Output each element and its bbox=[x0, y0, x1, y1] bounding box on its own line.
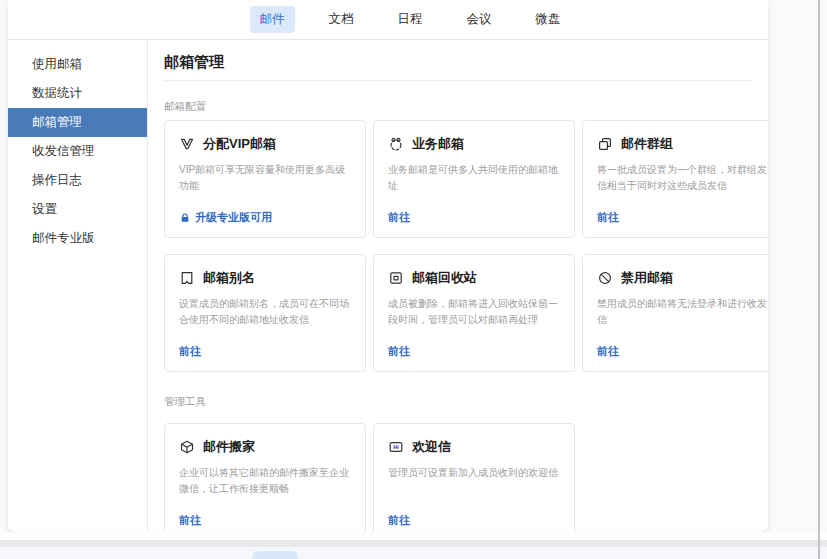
lock-icon bbox=[179, 212, 191, 224]
card-action-label: 前往 bbox=[179, 344, 201, 359]
sidebar-item-4[interactable]: 操作日志 bbox=[8, 166, 147, 195]
top-tab-4[interactable]: 微盘 bbox=[526, 6, 571, 33]
top-tab-0[interactable]: 邮件 bbox=[250, 6, 295, 33]
feature-card[interactable]: 邮箱回收站成员被删除，邮箱将进入回收站保留一段时间，管理员可以对邮箱再处理前往 bbox=[373, 254, 575, 372]
card-grid: 分配VIP邮箱VIP邮箱可享无限容量和使用更多高级功能升级专业版可用业务邮箱业务… bbox=[164, 120, 768, 372]
card-action-label: 升级专业版可用 bbox=[195, 210, 272, 225]
mail-admin-window: 邮件文档日程会议微盘 使用邮箱数据统计邮箱管理收发信管理操作日志设置邮件专业版 … bbox=[8, 0, 768, 532]
recycle-icon bbox=[388, 270, 404, 286]
card-action-label: 前往 bbox=[388, 344, 410, 359]
sidebar-item-0[interactable]: 使用邮箱 bbox=[8, 50, 147, 79]
shared-mailbox-icon bbox=[388, 136, 404, 152]
card-title: 分配VIP邮箱 bbox=[203, 135, 276, 153]
background-divider-band bbox=[0, 540, 827, 547]
mail-group-icon bbox=[597, 136, 613, 152]
sidebar-item-6[interactable]: 邮件专业版 bbox=[8, 224, 147, 253]
card-action-link[interactable]: 前往 bbox=[597, 210, 619, 225]
card-description: 管理员可设置新加入成员收到的欢迎信 bbox=[388, 465, 560, 481]
top-tab-group: 邮件文档日程会议微盘 bbox=[250, 6, 571, 33]
alias-icon bbox=[179, 270, 195, 286]
card-description: 禁用成员的邮箱将无法登录和进行收发信 bbox=[597, 296, 768, 328]
top-tab-2[interactable]: 日程 bbox=[388, 6, 433, 33]
page-title: 邮箱管理 bbox=[164, 52, 768, 72]
card-head: 邮件群组 bbox=[597, 135, 768, 153]
card-action-label: 前往 bbox=[597, 344, 619, 359]
card-title: 业务邮箱 bbox=[412, 135, 464, 153]
card-description: 将一批成员设置为一个群组，对群组发信相当于同时对这些成员发信 bbox=[597, 162, 768, 194]
page-scrollbar[interactable] bbox=[818, 0, 820, 559]
peek-button[interactable] bbox=[252, 551, 298, 559]
feature-card[interactable]: 邮件群组将一批成员设置为一个群组，对群组发信相当于同时对这些成员发信前往 bbox=[582, 120, 768, 238]
feature-card[interactable]: 邮箱别名设置成员的邮箱别名，成员可在不同场合使用不同的邮箱地址收发信前往 bbox=[164, 254, 366, 372]
top-navigation-bar: 邮件文档日程会议微盘 bbox=[8, 0, 768, 40]
card-head: Hi欢迎信 bbox=[388, 438, 560, 456]
card-description: 业务邮箱是可供多人共同使用的邮箱地址 bbox=[388, 162, 560, 194]
card-description: 成员被删除，邮箱将进入回收站保留一段时间，管理员可以对邮箱再处理 bbox=[388, 296, 560, 328]
card-head: 分配VIP邮箱 bbox=[179, 135, 351, 153]
card-title: 邮箱别名 bbox=[203, 269, 255, 287]
background-footer-area bbox=[0, 547, 827, 559]
card-action-label: 前往 bbox=[388, 513, 410, 528]
card-action-label: 前往 bbox=[597, 210, 619, 225]
top-tab-3[interactable]: 会议 bbox=[457, 6, 502, 33]
section-label: 邮箱配置 bbox=[164, 99, 768, 113]
sidebar-item-2[interactable]: 邮箱管理 bbox=[8, 108, 147, 137]
section-1: 管理工具邮件搬家企业可以将其它邮箱的邮件搬家至企业微信，让工作衔接更顺畅前往Hi… bbox=[164, 394, 768, 532]
card-title: 邮箱回收站 bbox=[412, 269, 477, 287]
feature-card[interactable]: 分配VIP邮箱VIP邮箱可享无限容量和使用更多高级功能升级专业版可用 bbox=[164, 120, 366, 238]
feature-card[interactable]: 业务邮箱业务邮箱是可供多人共同使用的邮箱地址前往 bbox=[373, 120, 575, 238]
page-canvas: 邮件文档日程会议微盘 使用邮箱数据统计邮箱管理收发信管理操作日志设置邮件专业版 … bbox=[0, 0, 827, 559]
sidebar: 使用邮箱数据统计邮箱管理收发信管理操作日志设置邮件专业版 bbox=[8, 40, 148, 532]
sections-container: 邮箱配置分配VIP邮箱VIP邮箱可享无限容量和使用更多高级功能升级专业版可用业务… bbox=[164, 99, 768, 532]
card-action-link[interactable]: 前往 bbox=[388, 513, 410, 528]
card-head: 禁用邮箱 bbox=[597, 269, 768, 287]
card-head: 邮件搬家 bbox=[179, 438, 351, 456]
main-content: 邮箱管理 邮箱配置分配VIP邮箱VIP邮箱可享无限容量和使用更多高级功能升级专业… bbox=[148, 40, 768, 532]
card-action-link[interactable]: 前往 bbox=[388, 344, 410, 359]
card-action-link[interactable]: 前往 bbox=[388, 210, 410, 225]
feature-card[interactable]: Hi欢迎信管理员可设置新加入成员收到的欢迎信前往 bbox=[373, 423, 575, 532]
card-action-label: 前往 bbox=[388, 210, 410, 225]
card-action-link[interactable]: 前往 bbox=[179, 344, 201, 359]
card-title: 禁用邮箱 bbox=[621, 269, 673, 287]
welcome-icon: Hi bbox=[388, 439, 404, 455]
sidebar-item-3[interactable]: 收发信管理 bbox=[8, 137, 147, 166]
feature-card[interactable]: 禁用邮箱禁用成员的邮箱将无法登录和进行收发信前往 bbox=[582, 254, 768, 372]
box-icon bbox=[179, 439, 195, 455]
card-action-link[interactable]: 前往 bbox=[179, 513, 201, 528]
card-action-link[interactable]: 前往 bbox=[597, 344, 619, 359]
card-action-link[interactable]: 升级专业版可用 bbox=[179, 210, 272, 225]
window-bottom-gap bbox=[0, 532, 827, 540]
section-label: 管理工具 bbox=[164, 394, 768, 408]
vip-icon bbox=[179, 136, 195, 152]
card-head: 邮箱回收站 bbox=[388, 269, 560, 287]
section-0: 邮箱配置分配VIP邮箱VIP邮箱可享无限容量和使用更多高级功能升级专业版可用业务… bbox=[164, 99, 768, 372]
card-grid: 邮件搬家企业可以将其它邮箱的邮件搬家至企业微信，让工作衔接更顺畅前往Hi欢迎信管… bbox=[164, 423, 768, 532]
card-description: 企业可以将其它邮箱的邮件搬家至企业微信，让工作衔接更顺畅 bbox=[179, 465, 351, 497]
card-title: 邮件群组 bbox=[621, 135, 673, 153]
card-head: 邮箱别名 bbox=[179, 269, 351, 287]
card-description: VIP邮箱可享无限容量和使用更多高级功能 bbox=[179, 162, 351, 194]
sidebar-item-1[interactable]: 数据统计 bbox=[8, 79, 147, 108]
card-title: 欢迎信 bbox=[412, 438, 451, 456]
svg-text:Hi: Hi bbox=[393, 444, 399, 450]
card-head: 业务邮箱 bbox=[388, 135, 560, 153]
title-divider bbox=[164, 80, 752, 81]
card-title: 邮件搬家 bbox=[203, 438, 255, 456]
card-action-label: 前往 bbox=[179, 513, 201, 528]
top-tab-1[interactable]: 文档 bbox=[319, 6, 364, 33]
card-description: 设置成员的邮箱别名，成员可在不同场合使用不同的邮箱地址收发信 bbox=[179, 296, 351, 328]
ban-icon bbox=[597, 270, 613, 286]
sidebar-item-5[interactable]: 设置 bbox=[8, 195, 147, 224]
feature-card[interactable]: 邮件搬家企业可以将其它邮箱的邮件搬家至企业微信，让工作衔接更顺畅前往 bbox=[164, 423, 366, 532]
